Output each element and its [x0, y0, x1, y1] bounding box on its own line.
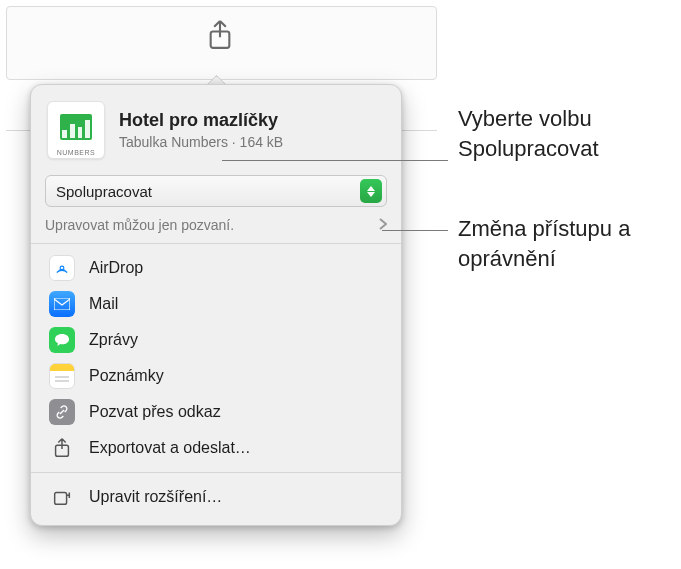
access-permissions-row[interactable]: Upravovat můžou jen pozvaní. [45, 217, 387, 233]
share-item-mail[interactable]: Mail [31, 286, 401, 322]
numbers-document-icon: NUMBERS [47, 101, 105, 159]
edit-extensions-label: Upravit rozšíření… [89, 488, 222, 506]
document-subtitle: Tabulka Numbers · 164 kB [119, 134, 283, 150]
callout-change-access: Změna přístupu a oprávnění [458, 214, 668, 273]
share-item-export-send[interactable]: Exportovat a odeslat… [31, 430, 401, 466]
share-item-label: AirDrop [89, 259, 143, 277]
access-permissions-label: Upravovat můžou jen pozvaní. [45, 217, 234, 233]
extension-icon [49, 484, 75, 510]
link-icon [49, 399, 75, 425]
svg-rect-2 [54, 298, 70, 310]
collaborate-mode-select[interactable]: Spolupracovat [45, 175, 387, 207]
share-icon [195, 18, 245, 56]
callout-leader-line [222, 160, 448, 161]
share-item-airdrop[interactable]: AirDrop [31, 250, 401, 286]
share-item-label: Poznámky [89, 367, 164, 385]
edit-extensions-item[interactable]: Upravit rozšíření… [31, 479, 401, 515]
share-item-messages[interactable]: Zprávy [31, 322, 401, 358]
callout-select-collaborate: Vyberte volbu Spolupracovat [458, 104, 668, 163]
share-toolbar-button[interactable]: Sdílet [195, 18, 245, 56]
divider [31, 243, 401, 244]
share-item-label: Mail [89, 295, 118, 313]
share-target-list: AirDrop Mail Zprávy Poznámky Pozvat přes… [31, 246, 401, 470]
mail-icon [49, 291, 75, 317]
export-icon [49, 435, 75, 461]
share-item-label: Exportovat a odeslat… [89, 439, 251, 457]
share-item-label: Zprávy [89, 331, 138, 349]
notes-icon [49, 363, 75, 389]
callout-leader-line [382, 230, 448, 231]
document-title: Hotel pro mazlíčky [119, 110, 283, 132]
select-stepper-icon [360, 179, 382, 203]
divider [31, 472, 401, 473]
share-item-notes[interactable]: Poznámky [31, 358, 401, 394]
doc-app-tag: NUMBERS [48, 149, 104, 156]
document-meta: Hotel pro mazlíčky Tabulka Numbers · 164… [119, 110, 283, 150]
share-popover: NUMBERS Hotel pro mazlíčky Tabulka Numbe… [30, 84, 402, 526]
messages-icon [49, 327, 75, 353]
svg-rect-4 [55, 492, 67, 504]
airdrop-icon [49, 255, 75, 281]
collaborate-mode-value: Spolupracovat [56, 183, 152, 200]
document-header: NUMBERS Hotel pro mazlíčky Tabulka Numbe… [31, 85, 401, 169]
share-item-invite-link[interactable]: Pozvat přes odkaz [31, 394, 401, 430]
share-item-label: Pozvat přes odkaz [89, 403, 221, 421]
